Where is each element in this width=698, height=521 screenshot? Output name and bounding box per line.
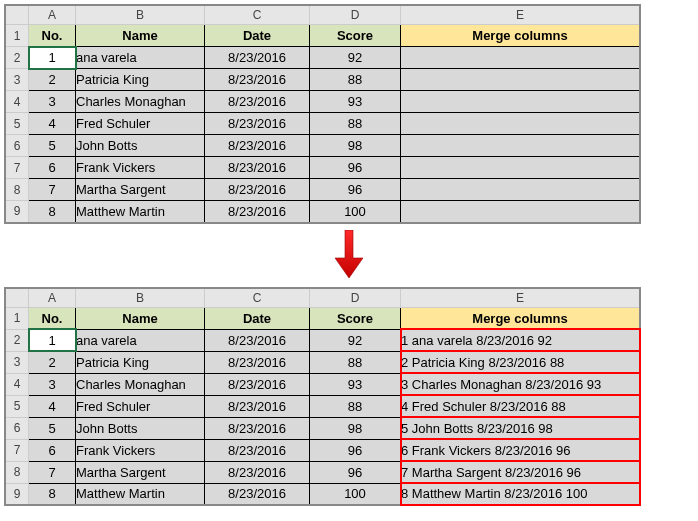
cell-date[interactable]: 8/23/2016: [205, 69, 310, 91]
cell-merge[interactable]: 1 ana varela 8/23/2016 92: [401, 329, 641, 351]
cell-score[interactable]: 100: [310, 201, 401, 223]
cell-name[interactable]: Fred Schuler: [76, 113, 205, 135]
cell-name[interactable]: Martha Sargent: [76, 461, 205, 483]
cell-score[interactable]: 92: [310, 47, 401, 69]
row-header[interactable]: 4: [5, 373, 29, 395]
header-merge[interactable]: Merge columns: [401, 307, 641, 329]
col-header-D[interactable]: D: [310, 5, 401, 25]
cell-name[interactable]: John Botts: [76, 417, 205, 439]
cell-name[interactable]: Fred Schuler: [76, 395, 205, 417]
cell-merge[interactable]: 4 Fred Schuler 8/23/2016 88: [401, 395, 641, 417]
cell-date[interactable]: 8/23/2016: [205, 91, 310, 113]
row-header[interactable]: 5: [5, 395, 29, 417]
cell-score[interactable]: 88: [310, 69, 401, 91]
cell-name[interactable]: Charles Monaghan: [76, 373, 205, 395]
cell-no[interactable]: 1: [29, 47, 76, 69]
row-header[interactable]: 8: [5, 461, 29, 483]
cell-no[interactable]: 6: [29, 439, 76, 461]
cell-merge[interactable]: [401, 201, 641, 223]
corner-cell[interactable]: [5, 288, 29, 308]
col-header-C[interactable]: C: [205, 288, 310, 308]
cell-score[interactable]: 100: [310, 483, 401, 505]
row-header[interactable]: 4: [5, 91, 29, 113]
row-header[interactable]: 5: [5, 113, 29, 135]
cell-score[interactable]: 96: [310, 157, 401, 179]
cell-merge[interactable]: [401, 157, 641, 179]
cell-no[interactable]: 2: [29, 351, 76, 373]
cell-no[interactable]: 3: [29, 373, 76, 395]
cell-date[interactable]: 8/23/2016: [205, 201, 310, 223]
cell-date[interactable]: 8/23/2016: [205, 417, 310, 439]
cell-no[interactable]: 8: [29, 483, 76, 505]
row-header[interactable]: 7: [5, 439, 29, 461]
cell-name[interactable]: Patricia King: [76, 69, 205, 91]
cell-score[interactable]: 88: [310, 351, 401, 373]
row-header[interactable]: 3: [5, 69, 29, 91]
cell-date[interactable]: 8/23/2016: [205, 373, 310, 395]
header-score[interactable]: Score: [310, 25, 401, 47]
cell-name[interactable]: Martha Sargent: [76, 179, 205, 201]
cell-score[interactable]: 93: [310, 373, 401, 395]
cell-name[interactable]: John Botts: [76, 135, 205, 157]
cell-merge[interactable]: [401, 69, 641, 91]
cell-merge[interactable]: [401, 47, 641, 69]
row-header[interactable]: 2: [5, 329, 29, 351]
cell-merge[interactable]: [401, 135, 641, 157]
row-header[interactable]: 7: [5, 157, 29, 179]
cell-no[interactable]: 5: [29, 135, 76, 157]
cell-no[interactable]: 4: [29, 113, 76, 135]
col-header-B[interactable]: B: [76, 288, 205, 308]
header-date[interactable]: Date: [205, 307, 310, 329]
col-header-D[interactable]: D: [310, 288, 401, 308]
col-header-A[interactable]: A: [29, 288, 76, 308]
cell-score[interactable]: 92: [310, 329, 401, 351]
cell-score[interactable]: 96: [310, 461, 401, 483]
col-header-E[interactable]: E: [401, 288, 641, 308]
cell-name[interactable]: Frank Vickers: [76, 439, 205, 461]
cell-no[interactable]: 7: [29, 461, 76, 483]
header-merge[interactable]: Merge columns: [401, 25, 641, 47]
cell-merge[interactable]: 5 John Botts 8/23/2016 98: [401, 417, 641, 439]
cell-name[interactable]: Charles Monaghan: [76, 91, 205, 113]
cell-date[interactable]: 8/23/2016: [205, 483, 310, 505]
cell-date[interactable]: 8/23/2016: [205, 461, 310, 483]
cell-score[interactable]: 88: [310, 113, 401, 135]
header-name[interactable]: Name: [76, 307, 205, 329]
row-header[interactable]: 1: [5, 25, 29, 47]
row-header[interactable]: 3: [5, 351, 29, 373]
cell-date[interactable]: 8/23/2016: [205, 329, 310, 351]
cell-date[interactable]: 8/23/2016: [205, 135, 310, 157]
cell-name[interactable]: ana varela: [76, 329, 205, 351]
cell-merge[interactable]: 2 Patricia King 8/23/2016 88: [401, 351, 641, 373]
cell-name[interactable]: Matthew Martin: [76, 201, 205, 223]
row-header[interactable]: 6: [5, 417, 29, 439]
row-header[interactable]: 2: [5, 47, 29, 69]
header-no[interactable]: No.: [29, 307, 76, 329]
cell-no[interactable]: 1: [29, 329, 76, 351]
row-header[interactable]: 6: [5, 135, 29, 157]
cell-name[interactable]: ana varela: [76, 47, 205, 69]
cell-merge[interactable]: [401, 179, 641, 201]
cell-merge[interactable]: [401, 91, 641, 113]
header-name[interactable]: Name: [76, 25, 205, 47]
col-header-B[interactable]: B: [76, 5, 205, 25]
row-header[interactable]: 9: [5, 201, 29, 223]
cell-date[interactable]: 8/23/2016: [205, 47, 310, 69]
cell-score[interactable]: 93: [310, 91, 401, 113]
cell-name[interactable]: Frank Vickers: [76, 157, 205, 179]
cell-score[interactable]: 96: [310, 179, 401, 201]
cell-score[interactable]: 98: [310, 135, 401, 157]
cell-name[interactable]: Matthew Martin: [76, 483, 205, 505]
cell-score[interactable]: 96: [310, 439, 401, 461]
cell-merge[interactable]: 7 Martha Sargent 8/23/2016 96: [401, 461, 641, 483]
corner-cell[interactable]: [5, 5, 29, 25]
cell-date[interactable]: 8/23/2016: [205, 157, 310, 179]
col-header-E[interactable]: E: [401, 5, 641, 25]
cell-merge[interactable]: 6 Frank Vickers 8/23/2016 96: [401, 439, 641, 461]
header-score[interactable]: Score: [310, 307, 401, 329]
col-header-C[interactable]: C: [205, 5, 310, 25]
cell-date[interactable]: 8/23/2016: [205, 351, 310, 373]
cell-score[interactable]: 98: [310, 417, 401, 439]
header-date[interactable]: Date: [205, 25, 310, 47]
cell-date[interactable]: 8/23/2016: [205, 439, 310, 461]
